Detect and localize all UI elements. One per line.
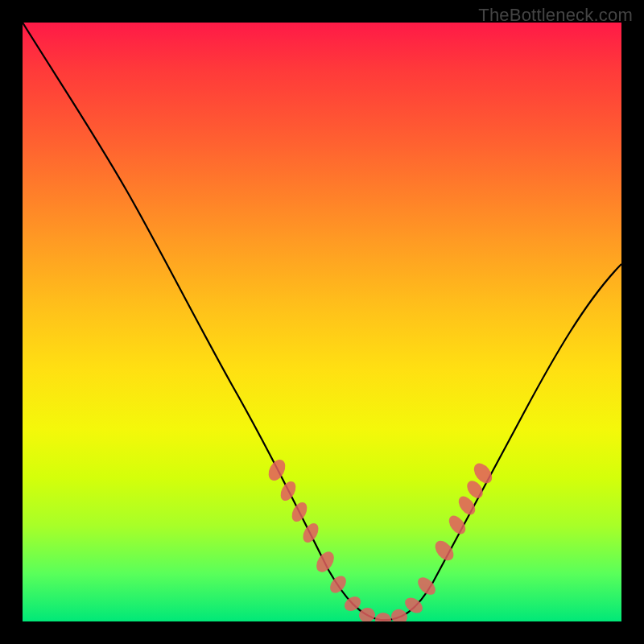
main-curve [23, 23, 621, 620]
svg-point-1 [278, 479, 299, 503]
svg-point-10 [402, 595, 426, 617]
svg-point-7 [357, 606, 377, 621]
svg-point-16 [470, 460, 495, 486]
svg-point-3 [300, 521, 322, 546]
svg-point-9 [390, 607, 410, 621]
svg-point-8 [375, 613, 391, 621]
highlight-dots-group [265, 456, 495, 621]
chart-plot-area [23, 23, 621, 621]
svg-point-5 [327, 573, 349, 597]
svg-point-13 [446, 513, 469, 537]
watermark-text: TheBottleneck.com [478, 5, 633, 26]
svg-point-6 [341, 593, 363, 614]
svg-point-15 [464, 478, 485, 502]
svg-point-11 [415, 574, 439, 598]
svg-point-0 [265, 456, 288, 483]
svg-point-2 [289, 500, 310, 524]
svg-point-4 [313, 548, 338, 575]
svg-point-14 [456, 493, 479, 518]
chart-svg [23, 23, 621, 621]
svg-point-12 [431, 537, 457, 564]
